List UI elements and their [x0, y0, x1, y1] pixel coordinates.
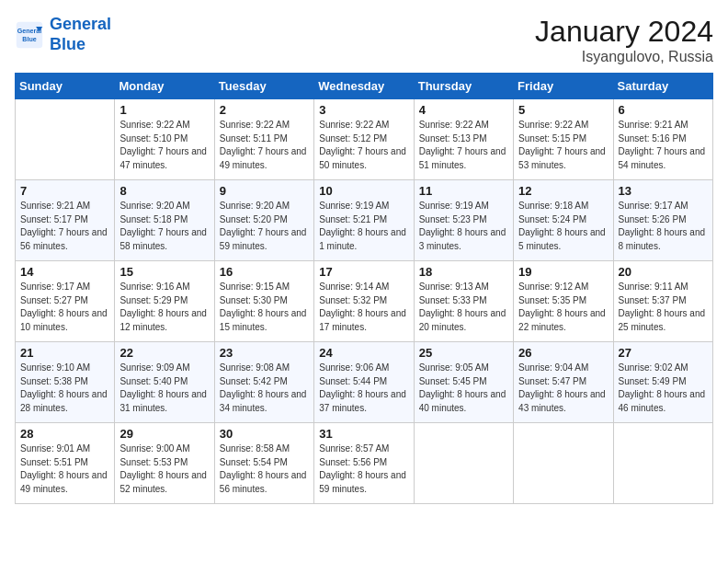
- day-info: Sunrise: 9:05 AMSunset: 5:45 PMDaylight:…: [419, 362, 508, 415]
- day-info: Sunrise: 9:19 AMSunset: 5:21 PMDaylight:…: [319, 200, 408, 253]
- day-info: Sunrise: 9:01 AMSunset: 5:51 PMDaylight:…: [20, 442, 109, 496]
- table-row: [16, 99, 115, 180]
- day-info: Sunrise: 9:16 AMSunset: 5:29 PMDaylight:…: [119, 281, 209, 334]
- day-info: Sunrise: 8:57 AMSunset: 5:56 PMDaylight:…: [319, 442, 408, 496]
- day-number: 23: [220, 346, 309, 360]
- logo-icon: General Blue: [15, 20, 44, 50]
- table-row: 21 Sunrise: 9:10 AMSunset: 5:38 PMDaylig…: [16, 342, 115, 423]
- table-row: 19 Sunrise: 9:12 AMSunset: 5:35 PMDaylig…: [514, 261, 613, 342]
- day-number: 8: [119, 184, 209, 198]
- table-row: 6 Sunrise: 9:21 AMSunset: 5:16 PMDayligh…: [613, 99, 712, 180]
- day-number: 10: [319, 184, 408, 198]
- day-info: Sunrise: 9:17 AMSunset: 5:26 PMDaylight:…: [619, 200, 708, 253]
- calendar-title: January 2024: [535, 15, 713, 49]
- day-number: 19: [518, 265, 608, 279]
- week-row-0: 1 Sunrise: 9:22 AMSunset: 5:10 PMDayligh…: [16, 99, 713, 180]
- table-row: 16 Sunrise: 9:15 AMSunset: 5:30 PMDaylig…: [214, 261, 313, 342]
- table-row: 2 Sunrise: 9:22 AMSunset: 5:11 PMDayligh…: [214, 99, 313, 180]
- day-number: 6: [619, 103, 708, 117]
- day-number: 3: [319, 103, 408, 117]
- day-number: 31: [319, 427, 408, 441]
- day-number: 18: [419, 265, 508, 279]
- table-row: 8 Sunrise: 9:20 AMSunset: 5:18 PMDayligh…: [115, 180, 214, 261]
- day-info: Sunrise: 9:22 AMSunset: 5:11 PMDaylight:…: [220, 119, 309, 172]
- day-info: Sunrise: 9:00 AMSunset: 5:53 PMDaylight:…: [119, 442, 209, 496]
- table-row: 5 Sunrise: 9:22 AMSunset: 5:15 PMDayligh…: [514, 99, 613, 180]
- table-row: 1 Sunrise: 9:22 AMSunset: 5:10 PMDayligh…: [115, 99, 214, 180]
- day-info: Sunrise: 9:02 AMSunset: 5:49 PMDaylight:…: [619, 362, 708, 415]
- day-number: 1: [119, 103, 209, 117]
- table-row: 3 Sunrise: 9:22 AMSunset: 5:12 PMDayligh…: [314, 99, 414, 180]
- table-row: 20 Sunrise: 9:11 AMSunset: 5:37 PMDaylig…: [613, 261, 712, 342]
- day-info: Sunrise: 9:04 AMSunset: 5:47 PMDaylight:…: [518, 362, 608, 415]
- col-tuesday: Tuesday: [214, 74, 313, 99]
- page-header: General Blue General Blue January 2024 I…: [15, 15, 713, 65]
- table-row: 7 Sunrise: 9:21 AMSunset: 5:17 PMDayligh…: [16, 180, 115, 261]
- day-info: Sunrise: 9:15 AMSunset: 5:30 PMDaylight:…: [220, 281, 309, 334]
- svg-text:Blue: Blue: [22, 36, 36, 43]
- table-row: 31 Sunrise: 8:57 AMSunset: 5:56 PMDaylig…: [314, 423, 414, 504]
- day-info: Sunrise: 9:22 AMSunset: 5:13 PMDaylight:…: [419, 119, 508, 172]
- week-row-3: 21 Sunrise: 9:10 AMSunset: 5:38 PMDaylig…: [16, 342, 713, 423]
- table-row: 26 Sunrise: 9:04 AMSunset: 5:47 PMDaylig…: [514, 342, 613, 423]
- day-info: Sunrise: 9:19 AMSunset: 5:23 PMDaylight:…: [419, 200, 508, 253]
- table-row: 15 Sunrise: 9:16 AMSunset: 5:29 PMDaylig…: [115, 261, 214, 342]
- calendar-table: Sunday Monday Tuesday Wednesday Thursday…: [15, 73, 713, 504]
- table-row: 30 Sunrise: 8:58 AMSunset: 5:54 PMDaylig…: [214, 423, 313, 504]
- day-info: Sunrise: 9:21 AMSunset: 5:17 PMDaylight:…: [20, 200, 109, 253]
- day-info: Sunrise: 9:13 AMSunset: 5:33 PMDaylight:…: [419, 281, 508, 334]
- day-info: Sunrise: 9:22 AMSunset: 5:10 PMDaylight:…: [119, 119, 209, 172]
- day-number: 29: [119, 427, 209, 441]
- day-info: Sunrise: 9:22 AMSunset: 5:15 PMDaylight:…: [518, 119, 608, 172]
- day-info: Sunrise: 9:06 AMSunset: 5:44 PMDaylight:…: [319, 362, 408, 415]
- table-row: 14 Sunrise: 9:17 AMSunset: 5:27 PMDaylig…: [16, 261, 115, 342]
- col-wednesday: Wednesday: [314, 74, 414, 99]
- table-row: [613, 423, 712, 504]
- col-thursday: Thursday: [414, 74, 513, 99]
- table-row: 13 Sunrise: 9:17 AMSunset: 5:26 PMDaylig…: [613, 180, 712, 261]
- day-info: Sunrise: 9:21 AMSunset: 5:16 PMDaylight:…: [619, 119, 708, 172]
- logo-line1: General: [50, 15, 111, 33]
- day-number: 16: [220, 265, 309, 279]
- table-row: 29 Sunrise: 9:00 AMSunset: 5:53 PMDaylig…: [115, 423, 214, 504]
- table-row: 25 Sunrise: 9:05 AMSunset: 5:45 PMDaylig…: [414, 342, 513, 423]
- table-row: 12 Sunrise: 9:18 AMSunset: 5:24 PMDaylig…: [514, 180, 613, 261]
- header-row: Sunday Monday Tuesday Wednesday Thursday…: [16, 74, 713, 99]
- day-info: Sunrise: 9:09 AMSunset: 5:40 PMDaylight:…: [119, 362, 209, 415]
- day-info: Sunrise: 9:20 AMSunset: 5:20 PMDaylight:…: [220, 200, 309, 253]
- day-info: Sunrise: 9:17 AMSunset: 5:27 PMDaylight:…: [20, 281, 109, 334]
- day-number: 22: [119, 346, 209, 360]
- day-info: Sunrise: 9:18 AMSunset: 5:24 PMDaylight:…: [518, 200, 608, 253]
- day-number: 4: [419, 103, 508, 117]
- logo-text: General Blue: [50, 15, 111, 54]
- day-number: 17: [319, 265, 408, 279]
- day-info: Sunrise: 9:22 AMSunset: 5:12 PMDaylight:…: [319, 119, 408, 172]
- table-row: [414, 423, 513, 504]
- day-number: 12: [518, 184, 608, 198]
- table-row: 18 Sunrise: 9:13 AMSunset: 5:33 PMDaylig…: [414, 261, 513, 342]
- day-number: 15: [119, 265, 209, 279]
- week-row-4: 28 Sunrise: 9:01 AMSunset: 5:51 PMDaylig…: [16, 423, 713, 504]
- col-friday: Friday: [514, 74, 613, 99]
- day-number: 20: [619, 265, 708, 279]
- table-row: [514, 423, 613, 504]
- day-info: Sunrise: 8:58 AMSunset: 5:54 PMDaylight:…: [220, 442, 309, 496]
- day-number: 9: [220, 184, 309, 198]
- week-row-1: 7 Sunrise: 9:21 AMSunset: 5:17 PMDayligh…: [16, 180, 713, 261]
- col-saturday: Saturday: [613, 74, 712, 99]
- title-block: January 2024 Isyangulovo, Russia: [535, 15, 713, 65]
- day-number: 7: [20, 184, 109, 198]
- day-number: 13: [619, 184, 708, 198]
- logo-line2: Blue: [50, 35, 85, 53]
- day-number: 25: [419, 346, 508, 360]
- day-number: 26: [518, 346, 608, 360]
- day-number: 30: [220, 427, 309, 441]
- day-number: 27: [619, 346, 708, 360]
- table-row: 27 Sunrise: 9:02 AMSunset: 5:49 PMDaylig…: [613, 342, 712, 423]
- day-info: Sunrise: 9:12 AMSunset: 5:35 PMDaylight:…: [518, 281, 608, 334]
- table-row: 17 Sunrise: 9:14 AMSunset: 5:32 PMDaylig…: [314, 261, 414, 342]
- table-row: 23 Sunrise: 9:08 AMSunset: 5:42 PMDaylig…: [214, 342, 313, 423]
- table-row: 9 Sunrise: 9:20 AMSunset: 5:20 PMDayligh…: [214, 180, 313, 261]
- day-info: Sunrise: 9:20 AMSunset: 5:18 PMDaylight:…: [119, 200, 209, 253]
- day-info: Sunrise: 9:10 AMSunset: 5:38 PMDaylight:…: [20, 362, 109, 415]
